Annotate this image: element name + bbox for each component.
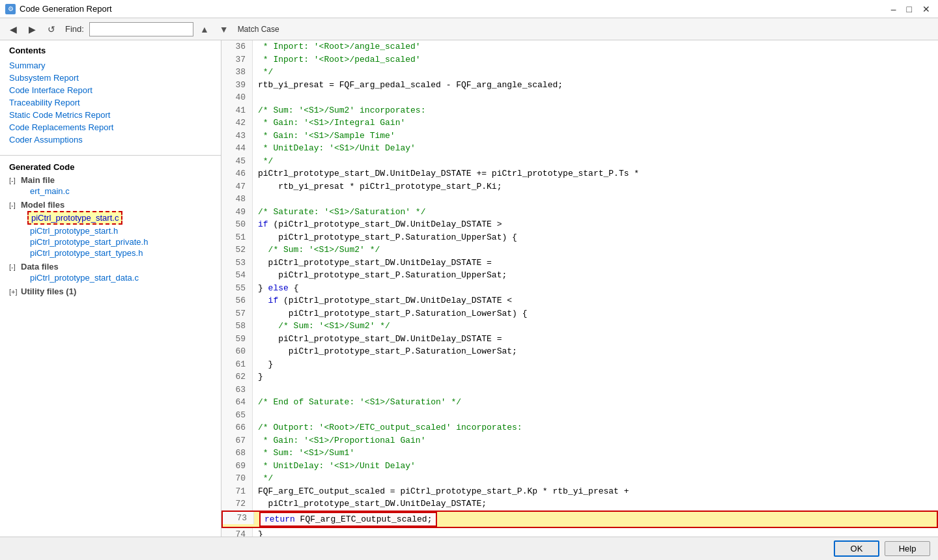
data-files-label: Data files	[21, 262, 59, 272]
data-files-expand[interactable]: [-]	[9, 263, 18, 271]
tree-item-data-c: piCtrl_prototype_start_data.c	[27, 272, 212, 283]
code-line-49: 49/* Saturate: '<S1>/Saturation' */	[221, 206, 938, 219]
main-file-expand[interactable]: [-]	[9, 176, 18, 184]
line-number: 36	[221, 40, 253, 53]
code-line-57: 57 piCtrl_prototype_start_P.Saturation_L…	[221, 307, 938, 320]
contents-section: Contents Summary Subsystem Report Code I…	[0, 40, 221, 151]
code-panel: 36 * Inport: '<Root>/angle_scaled'37 * I…	[221, 40, 938, 537]
find-input[interactable]	[89, 22, 193, 36]
file-link-model-types[interactable]: piCtrl_prototype_start_types.h	[27, 248, 143, 258]
tree-item-model-h: piCtrl_prototype_start.h	[27, 225, 212, 236]
line-code: * UnitDelay: '<S1>/Unit Delay'	[253, 460, 421, 473]
line-number: 72	[221, 497, 253, 511]
line-code: piCtrl_prototype_start_P.Saturation_Uppe…	[253, 269, 512, 282]
code-line-41: 41/* Sum: '<S1>/Sum2' incorporates:	[221, 104, 938, 117]
match-case-label: Match Case	[238, 25, 279, 34]
model-files-label: Model files	[21, 200, 64, 210]
sidebar-link-interface[interactable]: Code Interface Report	[9, 84, 212, 96]
line-number: 50	[221, 218, 253, 231]
main-layout: Contents Summary Subsystem Report Code I…	[0, 40, 938, 537]
code-line-73: 73return FQF_arg_ETC_output_scaled;	[221, 511, 938, 529]
code-line-38: 38 */	[221, 66, 938, 79]
line-code: */	[253, 155, 278, 168]
line-code: * Inport: '<Root>/pedal_scaled'	[253, 53, 426, 66]
line-number: 58	[221, 320, 253, 333]
code-content[interactable]: 36 * Inport: '<Root>/angle_scaled'37 * I…	[221, 40, 938, 537]
line-code: piCtrl_prototype_start_DW.UnitDelay_DSTA…	[253, 257, 497, 270]
main-file-label: Main file	[21, 175, 55, 185]
line-number: 67	[221, 434, 253, 447]
title-bar-left: ⚙ Code Generation Report	[5, 4, 112, 14]
line-number: 63	[221, 384, 253, 397]
code-line-39: 39rtb_yi_presat = FQF_arg_pedal_scaled -…	[221, 79, 938, 92]
file-link-model-private[interactable]: piCtrl_prototype_start_private.h	[27, 237, 148, 247]
line-number: 53	[221, 257, 253, 270]
line-code: return FQF_arg_ETC_output_scaled;	[254, 512, 442, 527]
line-number: 56	[221, 294, 253, 307]
line-number: 48	[221, 193, 253, 206]
code-line-52: 52 /* Sum: '<S1>/Sum2' */	[221, 244, 938, 257]
find-label: Find:	[65, 24, 84, 34]
sidebar-link-traceability[interactable]: Traceability Report	[9, 96, 212, 109]
line-number: 51	[221, 231, 253, 244]
line-number: 43	[221, 130, 253, 143]
line-number: 52	[221, 244, 253, 257]
code-line-65: 65	[221, 409, 938, 422]
code-line-40: 40	[221, 91, 938, 104]
line-number: 60	[221, 345, 253, 358]
ok-button[interactable]: OK	[834, 540, 879, 557]
file-link-model-h[interactable]: piCtrl_prototype_start.h	[27, 226, 118, 236]
code-line-53: 53 piCtrl_prototype_start_DW.UnitDelay_D…	[221, 257, 938, 270]
close-button[interactable]: ✕	[920, 1, 933, 17]
find-prev-button[interactable]: ▲	[196, 21, 213, 37]
contents-heading: Contents	[9, 46, 212, 55]
back-button[interactable]: ◀	[5, 21, 21, 37]
line-number: 44	[221, 142, 253, 155]
line-code: piCtrl_prototype_start_P.Saturation_Lowe…	[253, 345, 522, 358]
code-line-61: 61 }	[221, 358, 938, 371]
line-number: 68	[221, 447, 253, 460]
line-number: 62	[221, 371, 253, 384]
line-number: 59	[221, 333, 253, 346]
line-number: 64	[221, 396, 253, 409]
find-next-button[interactable]: ▼	[216, 21, 233, 37]
line-number: 54	[221, 269, 253, 282]
file-link-data-c[interactable]: piCtrl_prototype_start_data.c	[27, 273, 139, 283]
line-code: /* Sum: '<S1>/Sum2' */	[253, 320, 395, 333]
model-files-expand[interactable]: [-]	[9, 201, 18, 209]
file-link-ert-main[interactable]: ert_main.c	[27, 186, 70, 196]
code-line-42: 42 * Gain: '<S1>/Integral Gain'	[221, 117, 938, 130]
sidebar-link-metrics[interactable]: Static Code Metrics Report	[9, 109, 212, 121]
line-code: if (piCtrl_prototype_start_DW.UnitDelay_…	[253, 294, 517, 307]
line-number: 70	[221, 472, 253, 485]
app-icon: ⚙	[5, 4, 16, 14]
sidebar-link-subsystem[interactable]: Subsystem Report	[9, 72, 212, 84]
model-file-children: piCtrl_prototype_start.c piCtrl_prototyp…	[9, 210, 212, 259]
line-code: piCtrl_prototype_start_P.Saturation_Lowe…	[253, 307, 532, 320]
sidebar-link-assumptions[interactable]: Coder Assumptions	[9, 133, 212, 146]
line-number: 41	[221, 104, 253, 117]
utility-files-expand[interactable]: [+]	[9, 288, 18, 296]
code-line-70: 70 */	[221, 472, 938, 485]
model-files-group: [-] Model files	[9, 199, 212, 210]
code-line-48: 48	[221, 193, 938, 206]
line-number: 71	[221, 485, 253, 498]
data-file-children: piCtrl_prototype_start_data.c	[9, 272, 212, 283]
line-code: /* Saturate: '<S1>/Saturation' */	[253, 206, 431, 219]
help-button[interactable]: Help	[885, 541, 930, 556]
refresh-button[interactable]: ↺	[43, 21, 60, 37]
line-number: 49	[221, 206, 253, 219]
file-link-model-c[interactable]: piCtrl_prototype_start.c	[31, 213, 119, 223]
sidebar-link-replacements[interactable]: Code Replacements Report	[9, 121, 212, 133]
maximize-button[interactable]: □	[904, 1, 915, 17]
line-number: 65	[221, 409, 253, 422]
sidebar-link-summary[interactable]: Summary	[9, 59, 212, 72]
code-line-51: 51 piCtrl_prototype_start_P.Saturation_U…	[221, 231, 938, 244]
tree-item-model-private-h: piCtrl_prototype_start_private.h	[27, 236, 212, 247]
tree-item-model-types-h: piCtrl_prototype_start_types.h	[27, 247, 212, 259]
minimize-button[interactable]: –	[888, 1, 899, 17]
code-line-64: 64/* End of Saturate: '<S1>/Saturation' …	[221, 396, 938, 409]
forward-button[interactable]: ▶	[24, 21, 40, 37]
line-number: 74	[221, 528, 253, 537]
code-line-71: 71FQF_arg_ETC_output_scaled = piCtrl_pro…	[221, 485, 938, 498]
